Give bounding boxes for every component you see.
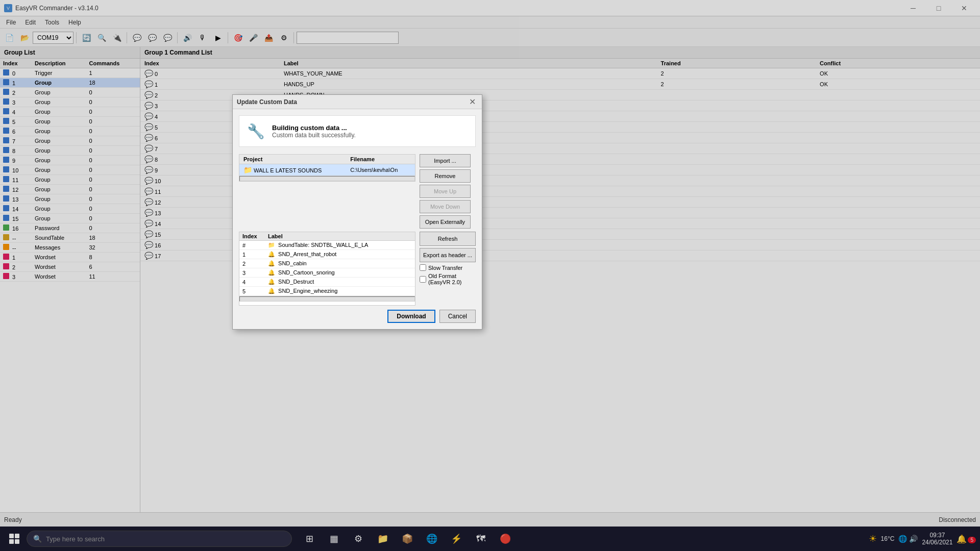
svg-rect-3	[15, 539, 19, 544]
toolbar-train-btn[interactable]: 🎯	[231, 31, 245, 45]
cmd-row-icon: 💬	[144, 80, 153, 88]
title-bar: V EasyVR Commander - v3.14.0 ─ □ ✕	[0, 0, 980, 16]
clock-time: 09:37	[922, 532, 952, 539]
cmd-conflict-cell	[816, 251, 980, 261]
group-list-row[interactable]: 16 Password 0	[0, 223, 140, 233]
group-list-row[interactable]: 2 Wordset 6	[0, 262, 140, 272]
toolbar-scan-btn[interactable]: 🔍	[94, 31, 109, 45]
group-list-row[interactable]: 3 Wordset 11	[0, 272, 140, 282]
menu-file[interactable]: File	[2, 18, 20, 27]
toolbar-mic-btn[interactable]: 🎤	[246, 31, 260, 45]
minimize-button[interactable]: ─	[901, 0, 925, 16]
toolbar-settings-btn[interactable]: ⚙	[277, 31, 291, 45]
group-list-row[interactable]: 3 Group 0	[0, 97, 140, 107]
maximize-button[interactable]: □	[927, 0, 950, 16]
menu-tools[interactable]: Tools	[41, 18, 63, 27]
toolbar-refresh-btn[interactable]: 🔄	[79, 31, 93, 45]
menu-edit[interactable]: Edit	[21, 18, 40, 27]
move-down-button[interactable]: Move Down	[420, 200, 471, 213]
old-format-checkbox[interactable]	[420, 276, 426, 283]
group-list-row[interactable]: -- SoundTable 18	[0, 233, 140, 243]
command-list-row[interactable]: 💬 0 WHATS_YOUR_NAME 2 OK	[140, 68, 980, 79]
toolbar-btn5[interactable]: 💬	[160, 31, 175, 45]
toolbar-new-btn[interactable]: 📄	[2, 31, 16, 45]
group-list-row[interactable]: 15 Group 0	[0, 214, 140, 223]
toolbar-export-btn[interactable]: 📤	[261, 31, 276, 45]
close-button[interactable]: ✕	[952, 0, 976, 16]
group-index-cell: 15	[0, 214, 32, 223]
sound-col-index: Index	[239, 232, 265, 241]
com-port-select[interactable]: COM19	[33, 32, 74, 44]
svg-rect-2	[9, 539, 14, 544]
start-button[interactable]	[4, 529, 24, 549]
settings-taskbar-button[interactable]: ⚙	[347, 528, 370, 550]
cmd-index-cell: 💬 0	[140, 68, 280, 79]
file-explorer-button[interactable]: 📁	[372, 528, 394, 550]
group-commands-cell: 0	[86, 146, 140, 156]
refresh-button[interactable]: Refresh	[420, 232, 476, 246]
download-button[interactable]: Download	[387, 310, 435, 323]
taskbar-search-bar[interactable]: 🔍 Type here to search	[27, 531, 292, 547]
menu-help[interactable]: Help	[64, 18, 85, 27]
group-list-row[interactable]: 1 Wordset 8	[0, 253, 140, 262]
slow-transfer-checkbox[interactable]	[420, 264, 426, 271]
group-list-row[interactable]: 11 Group 0	[0, 175, 140, 185]
group-list-row[interactable]: 2 Group 0	[0, 88, 140, 97]
sound-table-row[interactable]: # 📁 SoundTable: SNDTBL_WALL_E_LA	[239, 241, 415, 250]
group-desc-cell: Messages	[32, 243, 86, 253]
export-header-button[interactable]: Export as header ...	[420, 248, 476, 262]
cmd-conflict-cell	[816, 165, 980, 176]
sound-table-row[interactable]: 5 🔔 SND_Engine_wheezing	[239, 287, 415, 296]
toolbar-btn7[interactable]: 🎙	[195, 31, 210, 45]
project-row[interactable]: 📁 WALL E LATEST SOUNDS C:\Users\kevha\On	[239, 164, 415, 176]
maps-button[interactable]: 🗺	[470, 528, 492, 550]
cancel-button[interactable]: Cancel	[439, 310, 476, 323]
widgets-button[interactable]: ▦	[323, 528, 345, 550]
arduino-button[interactable]: ⚡	[445, 528, 468, 550]
cmd-conflict-cell: OK	[816, 79, 980, 90]
group-list-row[interactable]: 0 Trigger 1	[0, 68, 140, 78]
group-list-row[interactable]: 9 Group 0	[0, 156, 140, 165]
command-list-row[interactable]: 💬 1 HANDS_UP 2 OK	[140, 79, 980, 90]
toolbar-btn4[interactable]: 💬	[145, 31, 159, 45]
sound-table-row[interactable]: 1 🔔 SND_Arrest_that_robot	[239, 250, 415, 259]
group-list-row[interactable]: 13 Group 0	[0, 194, 140, 204]
slow-transfer-label: Slow Transfer	[428, 265, 462, 271]
toolbar-btn3[interactable]: 💬	[130, 31, 144, 45]
group-list-row[interactable]: 12 Group 0	[0, 185, 140, 194]
cmd-conflict-cell	[816, 240, 980, 251]
taskbar-clock[interactable]: 09:37 24/06/2021	[922, 532, 952, 546]
toolbar-btn6[interactable]: 🔊	[180, 31, 194, 45]
toolbar-search-input[interactable]	[297, 32, 399, 44]
group-desc-cell: Wordset	[32, 262, 86, 272]
group-list-row[interactable]: 5 Group 0	[0, 117, 140, 127]
group-list-row[interactable]: 4 Group 0	[0, 107, 140, 117]
toolbar-sep-3	[177, 32, 178, 43]
group-list-row[interactable]: -- Messages 32	[0, 243, 140, 253]
sound-table: Index Label # 📁 SoundTable: SNDTBL_WALL_…	[239, 232, 415, 296]
task-view-button[interactable]: ⊞	[298, 528, 321, 550]
toolbar-open-btn[interactable]: 📂	[17, 31, 32, 45]
move-up-button[interactable]: Move Up	[420, 185, 471, 198]
group-list-row[interactable]: 6 Group 0	[0, 127, 140, 136]
app5-button[interactable]: 🔴	[494, 528, 517, 550]
toolbar-btn8[interactable]: ▶	[211, 31, 225, 45]
group-list-row[interactable]: 14 Group 0	[0, 204, 140, 214]
remove-button[interactable]: Remove	[420, 169, 471, 183]
sound-table-row[interactable]: 4 🔔 SND_Destruct	[239, 278, 415, 287]
notification-button[interactable]: 🔔5	[957, 534, 976, 544]
import-button[interactable]: Import ...	[420, 154, 471, 167]
open-externally-button[interactable]: Open Externally	[420, 215, 471, 229]
sound-scroll-bar[interactable]	[239, 296, 415, 302]
group-list-row[interactable]: 1 Group 18	[0, 78, 140, 88]
project-scroll-bar[interactable]	[239, 176, 415, 181]
chrome-button[interactable]: 🌐	[421, 528, 443, 550]
sound-table-row[interactable]: 3 🔔 SND_Cartoon_snoring	[239, 268, 415, 278]
modal-close-button[interactable]: ✕	[467, 96, 478, 108]
group-list-row[interactable]: 7 Group 0	[0, 136, 140, 146]
group-list-row[interactable]: 8 Group 0	[0, 146, 140, 156]
group-list-row[interactable]: 10 Group 0	[0, 165, 140, 175]
toolbar-connect-btn[interactable]: 🔌	[110, 31, 124, 45]
rar-button[interactable]: 📦	[396, 528, 419, 550]
sound-table-row[interactable]: 2 🔔 SND_cabin	[239, 259, 415, 268]
